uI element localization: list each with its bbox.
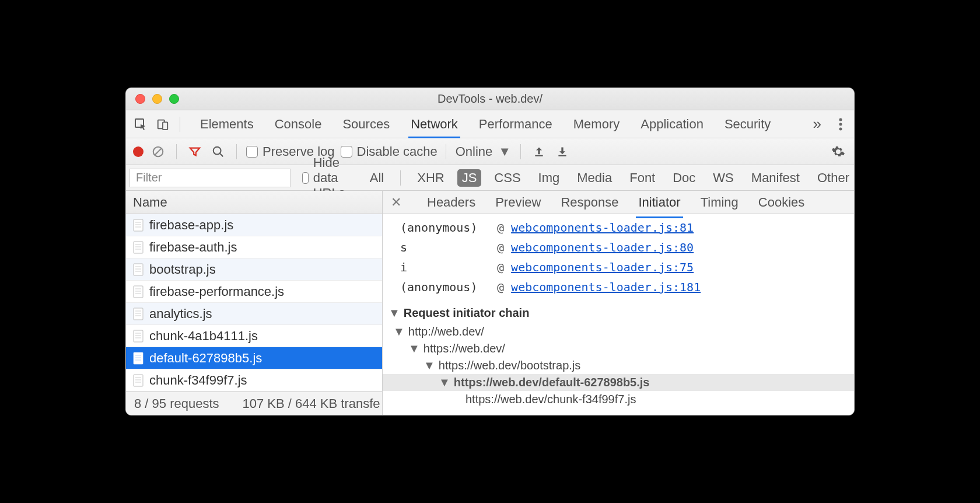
type-filter-js[interactable]: JS [457,169,482,187]
svg-point-5 [839,127,842,130]
checkbox-icon [246,146,258,158]
stack-fn: s [400,240,488,254]
section-title: Request initiator chain [404,306,530,320]
request-name: chunk-4a1b4111.js [149,329,258,344]
file-icon [133,285,144,298]
type-filter-font[interactable]: Font [625,169,660,187]
request-row[interactable]: firebase-app.js [126,214,382,236]
tab-elements[interactable]: Elements [200,111,254,138]
initiator-chain-header[interactable]: ▼ Request initiator chain [383,301,854,323]
request-row[interactable]: bootstrap.js [126,259,382,281]
stack-fn: (anonymous) [400,280,488,294]
request-name: chunk-f34f99f7.js [149,373,247,388]
type-filter-other[interactable]: Other [813,169,854,187]
type-filter-ws[interactable]: WS [708,169,738,187]
titlebar: DevTools - web.dev/ [126,88,854,110]
detail-tab-timing[interactable]: Timing [701,191,738,214]
chain-url: https://web.dev/ [424,342,505,355]
file-icon [133,308,144,320]
chain-node[interactable]: ▼http://web.dev/ [383,323,854,340]
network-split: Name firebase-app.jsfirebase-auth.jsboot… [126,191,854,415]
detail-tab-cookies[interactable]: Cookies [758,191,804,214]
svg-rect-18 [134,264,143,275]
tab-console[interactable]: Console [275,111,322,138]
chain-node[interactable]: ▼https://web.dev/ [383,340,854,357]
toggle-device-icon[interactable] [154,116,172,133]
call-stack: (anonymous)@ webcomponents-loader.js:81s… [383,214,854,301]
stack-frame: (anonymous)@ webcomponents-loader.js:181 [394,277,854,297]
file-icon [133,219,144,232]
svg-rect-22 [134,286,143,298]
requests-panel: Name firebase-app.jsfirebase-auth.jsboot… [126,191,383,415]
stack-location: @ webcomponents-loader.js:81 [497,221,694,235]
tab-sources[interactable]: Sources [342,111,390,138]
tabs-overflow-icon[interactable]: » [806,115,828,133]
tab-application[interactable]: Application [640,111,704,138]
detail-tab-preview[interactable]: Preview [495,191,541,214]
type-filter-media[interactable]: Media [572,169,617,187]
chain-node[interactable]: https://web.dev/chunk-f34f99f7.js [383,391,854,408]
tab-security[interactable]: Security [724,111,771,138]
tab-network[interactable]: Network [411,111,458,138]
svg-rect-14 [134,242,143,253]
clear-icon[interactable] [149,143,167,160]
detail-tab-headers[interactable]: Headers [427,191,475,214]
close-detail-icon[interactable]: ✕ [391,195,407,210]
type-filter-all[interactable]: All [365,169,388,187]
request-row[interactable]: firebase-auth.js [126,236,382,259]
request-row[interactable]: default-627898b5.js [126,347,382,369]
separator [176,144,177,159]
file-icon [133,241,144,254]
file-icon [133,352,144,365]
request-row[interactable]: chunk-4a1b4111.js [126,325,382,347]
checkbox-icon [302,172,309,184]
svg-rect-10 [134,219,143,231]
chain-node[interactable]: ▼https://web.dev/default-627898b5.js [383,374,854,391]
source-link[interactable]: webcomponents-loader.js:181 [511,280,701,294]
tab-memory[interactable]: Memory [573,111,620,138]
chain-url: https://web.dev/default-627898b5.js [454,376,650,389]
chain-url: http://web.dev/ [408,325,484,338]
source-link[interactable]: webcomponents-loader.js:81 [511,221,694,235]
request-name: firebase-auth.js [149,240,237,255]
chain-url: https://web.dev/chunk-f34f99f7.js [466,393,636,406]
inspect-element-icon[interactable] [132,116,149,133]
request-row[interactable]: analytics.js [126,303,382,325]
type-filter-manifest[interactable]: Manifest [747,169,804,187]
file-icon [133,330,144,343]
svg-rect-2 [163,122,167,130]
filter-icon[interactable] [186,143,204,160]
filter-placeholder: Filter [136,171,162,184]
chain-node[interactable]: ▼https://web.dev/bootstrap.js [383,357,854,374]
type-filter-img[interactable]: Img [534,169,565,187]
request-row[interactable]: firebase-performance.js [126,281,382,303]
stack-fn: (anonymous) [400,221,488,235]
request-name: analytics.js [149,306,212,322]
separator [236,144,237,159]
filter-input[interactable]: Filter [130,169,290,187]
type-filter-css[interactable]: CSS [489,169,525,187]
window-title: DevTools - web.dev/ [126,92,854,106]
initiator-chain: ▼http://web.dev/▼https://web.dev/▼https:… [383,323,854,408]
record-button[interactable] [133,146,144,157]
devtools-window: DevTools - web.dev/ ElementsConsoleSourc… [125,88,855,415]
stack-frame: s@ webcomponents-loader.js:80 [394,237,854,257]
column-header-name[interactable]: Name [126,191,382,214]
stack-frame: i@ webcomponents-loader.js:75 [394,257,854,277]
type-filter-xhr[interactable]: XHR [412,169,449,187]
request-row[interactable]: chunk-f34f99f7.js [126,369,382,392]
svg-rect-38 [134,375,143,386]
type-filter-doc[interactable]: Doc [668,169,700,187]
kebab-menu-icon[interactable] [833,118,848,131]
detail-tab-response[interactable]: Response [561,191,618,214]
caret-down-icon: ▼ [388,306,400,320]
caret-down-icon: ▼ [424,359,435,372]
file-icon [133,374,144,387]
stack-location: @ webcomponents-loader.js:181 [497,280,701,294]
search-icon[interactable] [209,143,227,160]
source-link[interactable]: webcomponents-loader.js:75 [511,260,694,274]
detail-tab-initiator[interactable]: Initiator [638,191,680,214]
tab-performance[interactable]: Performance [479,111,552,138]
source-link[interactable]: webcomponents-loader.js:80 [511,240,694,254]
svg-point-3 [839,118,842,121]
